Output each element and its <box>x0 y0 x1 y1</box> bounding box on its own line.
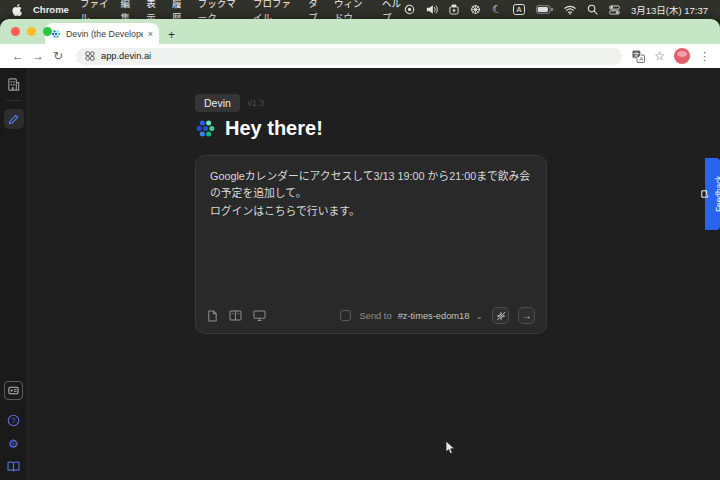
sidebar-divider <box>6 100 22 101</box>
machine-icon[interactable] <box>253 310 266 321</box>
main-panel: Devin v1.3 Hey there! Googleカレンダーにアクセスして… <box>28 68 720 480</box>
minimize-window-button[interactable] <box>27 27 36 36</box>
tab-strip: Devin (the Developer) × + <box>0 19 720 44</box>
composer-toolbar: Send to #z-times-edom18 ⌄ → <box>207 307 535 324</box>
docs-book-icon[interactable] <box>7 461 20 472</box>
attach-file-icon[interactable] <box>207 310 218 322</box>
close-window-button[interactable] <box>11 27 20 36</box>
send-to-checkbox[interactable] <box>340 310 351 321</box>
slack-channel-selector[interactable]: #z-times-edom18 <box>398 311 470 321</box>
devin-logo-icon <box>195 118 216 139</box>
moon-focus-icon[interactable]: ☾ <box>492 3 502 16</box>
svg-text:A: A <box>640 56 644 62</box>
chat-bubble-icon <box>702 190 710 198</box>
profile-avatar[interactable] <box>674 48 690 64</box>
volume-icon[interactable] <box>426 4 438 15</box>
mouse-cursor <box>445 440 457 456</box>
greeting-heading: Hey there! <box>195 117 323 140</box>
browser-tab[interactable]: Devin (the Developer) × <box>45 23 159 44</box>
playbook-icon[interactable] <box>229 310 242 321</box>
macos-menubar: Chrome ファイル 編集 表示 履歴 ブックマーク プロファイル タブ ウィ… <box>0 0 720 19</box>
helm-wheel-icon[interactable] <box>470 4 481 15</box>
feedback-label: Feedback <box>714 176 720 212</box>
workspace-icon[interactable] <box>6 77 21 92</box>
tab-title: Devin (the Developer) <box>66 29 143 39</box>
bookmark-star-icon[interactable]: ☆ <box>654 49 665 63</box>
chrome-window: Devin (the Developer) × + ← → ↻ app.devi… <box>0 19 720 480</box>
window-controls <box>11 27 52 36</box>
feedback-tab[interactable]: Feedback <box>705 158 720 230</box>
site-settings-icon[interactable] <box>85 51 95 61</box>
address-bar[interactable]: app.devin.ai <box>76 48 622 65</box>
url-text: app.devin.ai <box>101 51 151 61</box>
input-source-badge[interactable]: A <box>513 4 525 15</box>
menubar-app-name[interactable]: Chrome <box>33 4 69 15</box>
greeting-text: Hey there! <box>225 117 323 140</box>
pencil-icon <box>8 114 19 125</box>
task-composer[interactable]: Googleカレンダーにアクセスして3/13 19:00 から21:00まで飲み… <box>195 155 547 334</box>
chevron-down-icon[interactable]: ⌄ <box>475 311 483 321</box>
zoom-window-button[interactable] <box>43 27 52 36</box>
settings-gear-icon[interactable]: ⚙ <box>8 438 19 450</box>
reload-button[interactable]: ↻ <box>50 49 66 63</box>
chrome-menu-icon[interactable]: ⋮ <box>699 50 710 63</box>
app-content: ? ⚙ Devin v1.3 <box>0 68 720 480</box>
task-input[interactable]: Googleカレンダーにアクセスして3/13 19:00 から21:00まで飲み… <box>196 156 546 232</box>
new-tab-button[interactable]: + <box>168 29 175 41</box>
app-sidebar: ? ⚙ <box>0 68 28 480</box>
tab-favicon <box>51 29 61 39</box>
menubar-clock[interactable]: 3月13日(木) 17:37 <box>631 3 708 17</box>
machine-status-button[interactable] <box>4 381 23 400</box>
translate-icon[interactable]: 文A <box>632 50 645 63</box>
app-status-icon[interactable] <box>449 4 459 15</box>
tab-close-icon[interactable]: × <box>148 29 153 39</box>
disable-suggestions-button[interactable] <box>492 307 509 324</box>
send-to-label: Send to <box>360 311 392 321</box>
search-icon[interactable] <box>587 4 598 15</box>
help-icon[interactable]: ? <box>7 414 20 427</box>
wifi-icon[interactable] <box>564 5 576 15</box>
screen-recording-icon[interactable] <box>404 4 415 15</box>
battery-icon[interactable] <box>536 5 553 14</box>
agent-badge[interactable]: Devin <box>195 94 240 112</box>
forward-button[interactable]: → <box>30 49 46 63</box>
browser-toolbar: ← → ↻ app.devin.ai 文A ☆ ⋮ <box>0 44 720 68</box>
svg-text:?: ? <box>11 416 15 425</box>
new-session-button[interactable] <box>4 109 24 129</box>
control-center-icon[interactable] <box>609 5 620 15</box>
version-label: v1.3 <box>248 98 264 108</box>
apple-menu-icon[interactable] <box>12 4 22 16</box>
back-button[interactable]: ← <box>10 49 26 63</box>
submit-button[interactable]: → <box>518 307 535 324</box>
